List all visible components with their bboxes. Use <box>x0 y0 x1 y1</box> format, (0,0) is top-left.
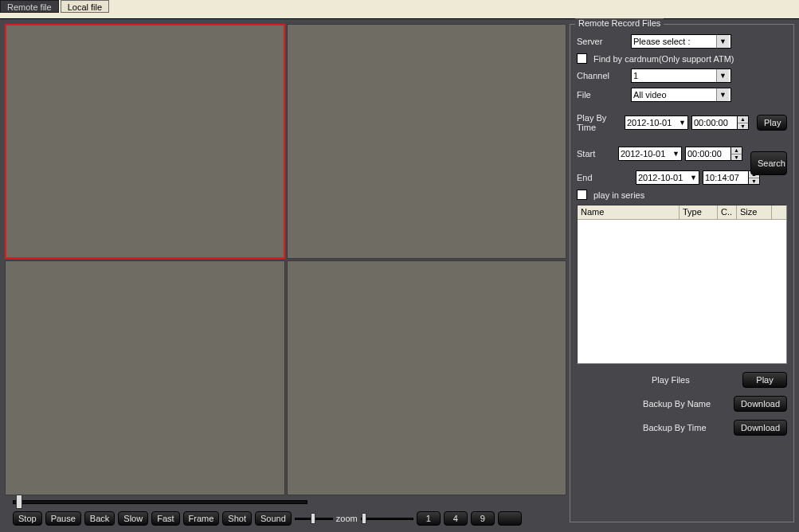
find-by-cardnum-checkbox[interactable] <box>577 53 587 64</box>
video-cell-2[interactable] <box>287 24 567 259</box>
backup-by-name-label: Backup By Name <box>643 399 730 409</box>
backup-by-name-button[interactable]: Download <box>734 396 787 412</box>
shot-button[interactable]: Shot <box>222 511 252 526</box>
chevron-down-icon: ▼ <box>716 88 729 101</box>
playback-toolbar: Stop Pause Back Slow Fast Frame Shot Sou… <box>13 511 522 526</box>
channel-value: 1 <box>633 71 638 80</box>
remote-record-files-panel: Remote Record Files Server Please select… <box>570 24 794 522</box>
back-button[interactable]: Back <box>84 511 115 526</box>
sound-slider[interactable] <box>295 511 333 526</box>
video-cell-3[interactable] <box>5 260 285 495</box>
frame-button[interactable]: Frame <box>183 511 220 526</box>
sound-button[interactable]: Sound <box>255 511 292 526</box>
server-value: Please select : <box>633 37 691 46</box>
top-tab-bar: Remote file Local file <box>0 0 799 19</box>
zoom-label: zoom <box>336 514 358 523</box>
video-grid <box>5 24 566 495</box>
end-date[interactable]: 2012-10-01 ▼ <box>636 170 699 185</box>
server-select[interactable]: Please select : ▼ <box>631 34 731 49</box>
bottom-actions: Play Files Play Backup By Name Download … <box>577 372 787 436</box>
th-c[interactable]: C.. <box>718 205 737 219</box>
play-files-button[interactable]: Play <box>742 372 787 388</box>
backup-by-time-button[interactable]: Download <box>734 420 787 436</box>
play-in-series-label: play in series <box>593 190 644 200</box>
search-button[interactable]: Search <box>750 151 787 175</box>
slow-button[interactable]: Slow <box>118 511 148 526</box>
file-list-table[interactable]: Name Type C.. Size <box>577 205 787 364</box>
backup-by-time-label: Backup By Time <box>643 423 730 432</box>
start-label: Start <box>577 149 615 158</box>
tab-remote-file[interactable]: Remote file <box>0 0 59 13</box>
file-value: All video <box>633 90 667 100</box>
tab-local-file[interactable]: Local file <box>61 0 109 13</box>
end-label: End <box>577 173 633 182</box>
progress-slider[interactable] <box>13 497 307 507</box>
playbytime-label: Play By Time <box>577 113 621 132</box>
chevron-down-icon: ▼ <box>716 35 729 48</box>
fast-button[interactable]: Fast <box>151 511 179 526</box>
find-by-cardnum-label: Find by cardnum(Only support ATM) <box>593 54 734 64</box>
file-select[interactable]: All video ▼ <box>631 88 731 102</box>
start-spin[interactable]: ▲▼ <box>731 147 742 161</box>
layout-extra-button[interactable] <box>498 511 522 526</box>
chevron-down-icon: ▼ <box>716 69 729 82</box>
channel-label: Channel <box>577 71 628 80</box>
file-label: File <box>577 90 628 100</box>
pause-button[interactable]: Pause <box>45 511 81 526</box>
chevron-down-icon: ▼ <box>672 150 680 158</box>
playbytime-date[interactable]: 2012-10-01 ▼ <box>625 115 688 130</box>
chevron-down-icon: ▼ <box>690 174 697 182</box>
start-time[interactable]: 00:00:00 <box>685 147 731 161</box>
layout-4-button[interactable]: 4 <box>444 511 468 526</box>
play-files-label: Play Files <box>652 375 739 385</box>
th-size[interactable]: Size <box>737 205 772 219</box>
video-cell-1[interactable] <box>5 24 285 259</box>
th-type[interactable]: Type <box>680 205 718 219</box>
chevron-down-icon: ▼ <box>679 119 686 127</box>
th-name[interactable]: Name <box>578 205 680 219</box>
playbytime-spin[interactable]: ▲▼ <box>738 115 749 130</box>
play-in-series-checkbox[interactable] <box>577 190 587 200</box>
end-time[interactable]: 10:14:07 <box>703 170 749 185</box>
table-header: Name Type C.. Size <box>578 205 786 220</box>
start-date[interactable]: 2012-10-01 ▼ <box>618 147 682 161</box>
panel-legend: Remote Record Files <box>575 18 664 28</box>
layout-1-button[interactable]: 1 <box>417 511 441 526</box>
zoom-slider[interactable] <box>361 511 413 526</box>
layout-9-button[interactable]: 9 <box>471 511 495 526</box>
play-by-time-button[interactable]: Play <box>757 115 787 131</box>
server-label: Server <box>577 37 628 46</box>
th-blank <box>772 205 786 219</box>
stop-button[interactable]: Stop <box>13 511 42 526</box>
channel-select[interactable]: 1 ▼ <box>631 68 731 83</box>
playbytime-time[interactable]: 00:00:00 <box>691 115 738 130</box>
video-cell-4[interactable] <box>287 260 567 495</box>
